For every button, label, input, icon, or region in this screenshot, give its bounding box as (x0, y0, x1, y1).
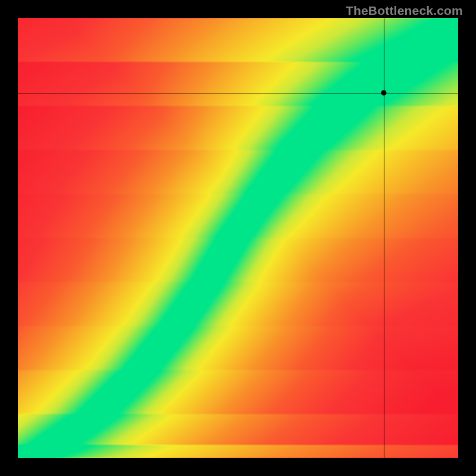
heatmap-canvas (18, 18, 458, 458)
crosshair-dot (381, 90, 386, 95)
watermark-text: TheBottleneck.com (346, 4, 463, 18)
heatmap-plot (18, 18, 458, 458)
chart-container: TheBottleneck.com (0, 0, 476, 476)
crosshair-vertical-line (384, 18, 384, 458)
crosshair-horizontal-line (18, 93, 458, 93)
